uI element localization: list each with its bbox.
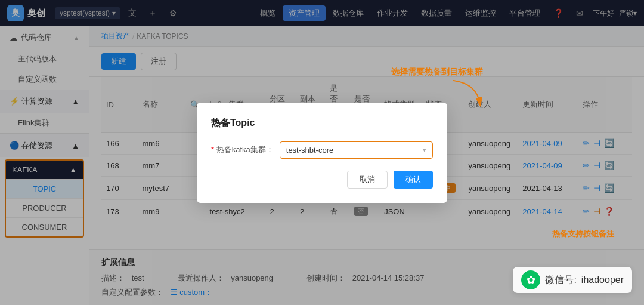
callout-text: 选择需要热备到目标集群 xyxy=(391,67,483,76)
modal-field-label: * 热备kafka集群： xyxy=(211,144,274,155)
field-label-text: 热备kafka集群： xyxy=(216,145,274,154)
modal-field: * 热备kafka集群： test-shbt-core ▾ xyxy=(211,141,433,159)
wechat-prefix: 微信号: xyxy=(545,274,576,286)
modal-select[interactable]: test-shbt-core ▾ xyxy=(280,141,433,159)
wechat-icon: ✿ xyxy=(521,270,540,289)
modal: 选择需要热备到目标集群 热备Topic * 热备kafka集群： test-sh… xyxy=(197,103,447,203)
modal-footer: 取消 确认 xyxy=(211,171,433,189)
wechat-account: ihadooper xyxy=(581,275,624,285)
confirm-button[interactable]: 确认 xyxy=(394,171,433,189)
modal-overlay: 选择需要热备到目标集群 热备Topic * 热备kafka集群： test-sh… xyxy=(0,0,644,305)
callout-arrow-icon xyxy=(447,78,483,107)
modal-title: 热备Topic xyxy=(211,117,433,130)
select-value: test-shbt-core xyxy=(286,146,333,155)
wechat-watermark: ✿ 微信号: ihadooper xyxy=(513,267,632,293)
chevron-down-icon: ▾ xyxy=(423,146,426,154)
cancel-button[interactable]: 取消 xyxy=(347,171,388,189)
required-star: * xyxy=(211,145,214,154)
